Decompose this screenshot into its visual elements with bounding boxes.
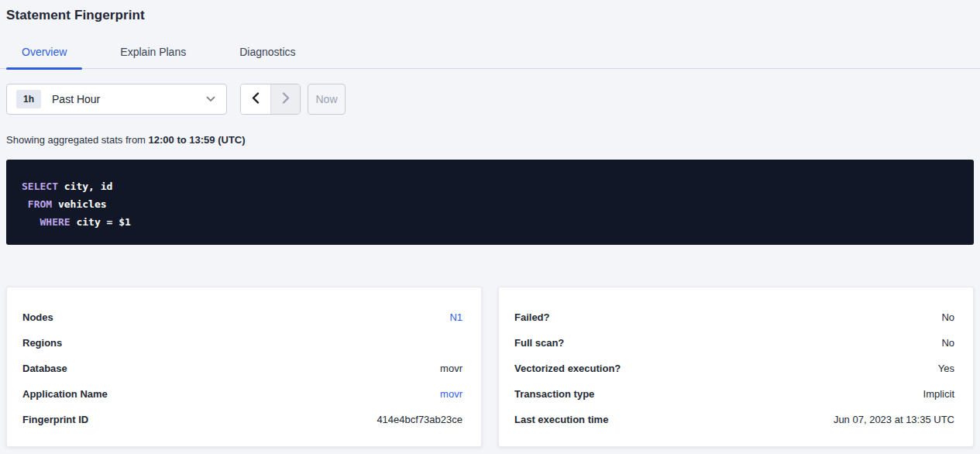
sql-line: SELECT city, id: [22, 177, 958, 195]
detail-value: No: [941, 311, 954, 323]
stats-prefix: Showing aggregated stats from: [6, 134, 149, 146]
detail-row: Fingerprint ID 414e4bcf73ab23ce: [22, 407, 462, 432]
detail-label: Last execution time: [514, 414, 608, 425]
detail-value: Implicit: [923, 388, 954, 400]
stats-range: 12:00 to 13:59 (UTC): [149, 134, 246, 146]
detail-row: Transaction type Implicit: [514, 381, 954, 407]
page-title: Statement Fingerprint: [6, 8, 974, 23]
chevron-right-icon: [282, 92, 290, 106]
tab-bar: Overview Explain Plans Diagnostics: [0, 46, 980, 69]
sql-keyword: WHERE: [22, 216, 70, 228]
statement-details-card: Nodes N1 Regions Database movr Applicati…: [6, 287, 482, 447]
detail-row: Vectorized execution? Yes: [514, 356, 954, 381]
tab-overview[interactable]: Overview: [6, 46, 82, 68]
sql-text: vehicles: [52, 198, 106, 210]
detail-label: Nodes: [22, 311, 53, 323]
detail-value: No: [941, 337, 954, 349]
chevron-left-icon: [252, 92, 260, 106]
sql-keyword: SELECT: [22, 181, 58, 192]
detail-row: Regions: [22, 330, 462, 356]
fingerprint-id-value: 414e4bcf73ab23ce: [377, 414, 462, 425]
sql-text: city = $1: [70, 216, 131, 228]
prev-time-button[interactable]: [241, 84, 270, 114]
detail-label: Failed?: [514, 311, 550, 323]
detail-value: movr: [440, 363, 462, 374]
detail-row: Failed? No: [514, 304, 954, 330]
last-execution-time-value: Jun 07, 2023 at 13:35 UTC: [834, 414, 954, 425]
app-name-link[interactable]: movr: [440, 388, 462, 400]
sql-line: FROM vehicles: [22, 195, 958, 213]
detail-value: Yes: [938, 363, 954, 374]
detail-label: Application Name: [22, 388, 108, 400]
detail-label: Full scan?: [514, 337, 564, 349]
tab-explain-plans[interactable]: Explain Plans: [105, 46, 201, 68]
aggregated-stats-text: Showing aggregated stats from 12:00 to 1…: [6, 135, 974, 146]
time-step-button-group: [240, 84, 301, 115]
detail-row: Nodes N1: [22, 304, 462, 330]
detail-label: Transaction type: [514, 388, 594, 400]
nodes-link[interactable]: N1: [449, 311, 462, 323]
next-time-button[interactable]: [270, 84, 300, 114]
time-picker-row: 1h Past Hour Now: [6, 84, 974, 115]
detail-row: Application Name movr: [22, 381, 462, 407]
tab-diagnostics[interactable]: Diagnostics: [224, 46, 311, 68]
detail-row: Full scan? No: [514, 330, 954, 356]
detail-label: Regions: [22, 337, 62, 349]
detail-row: Database movr: [22, 356, 462, 381]
time-range-dropdown[interactable]: 1h Past Hour: [6, 84, 227, 115]
execution-attributes-card: Failed? No Full scan? No Vectorized exec…: [498, 287, 974, 447]
details-section: Nodes N1 Regions Database movr Applicati…: [6, 287, 974, 447]
detail-label: Fingerprint ID: [22, 414, 88, 425]
chevron-down-icon: [206, 96, 215, 102]
detail-row: Last execution time Jun 07, 2023 at 13:3…: [514, 407, 954, 432]
sql-line: WHERE city = $1: [22, 213, 958, 231]
now-button[interactable]: Now: [308, 84, 346, 115]
sql-statement-block: SELECT city, id FROM vehicles WHERE city…: [6, 160, 974, 245]
sql-text: city, id: [58, 181, 112, 192]
detail-label: Database: [22, 363, 67, 374]
time-range-badge: 1h: [16, 90, 41, 108]
time-range-label: Past Hour: [52, 93, 100, 105]
detail-label: Vectorized execution?: [514, 363, 621, 374]
sql-keyword: FROM: [22, 198, 52, 210]
